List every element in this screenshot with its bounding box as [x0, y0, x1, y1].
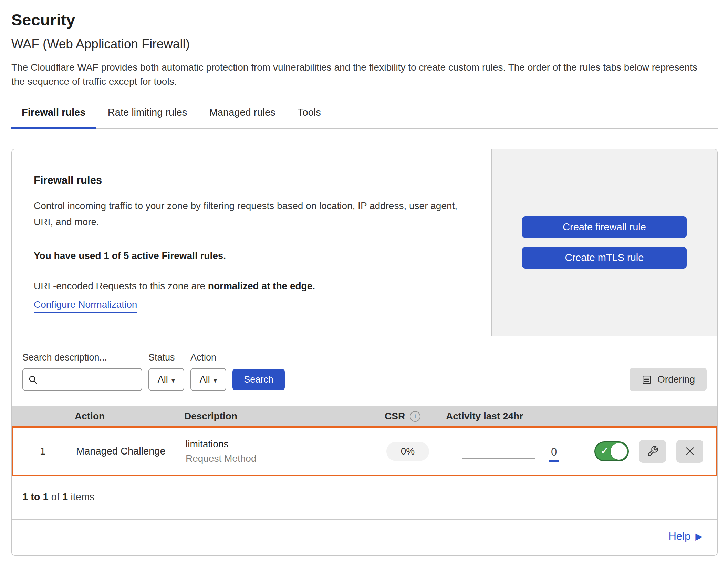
rule-enabled-toggle[interactable]: ✓	[594, 441, 629, 461]
tab-managed-rules[interactable]: Managed rules	[199, 104, 286, 129]
close-icon	[684, 445, 696, 458]
tab-firewall-rules[interactable]: Firewall rules	[11, 104, 96, 129]
card-description: Control incoming traffic to your zone by…	[34, 198, 469, 230]
activity-sparkline	[462, 458, 535, 459]
help-link[interactable]: Help ▶	[668, 530, 703, 543]
action-filter-group: Action All ▾	[190, 352, 226, 391]
search-group: Search description...	[22, 352, 142, 391]
items-range: 1 to 1	[22, 491, 49, 502]
ordering-button[interactable]: Ordering	[630, 368, 707, 391]
usage-text: You have used 1 of 5 active Firewall rul…	[34, 250, 469, 261]
csr-header-label: CSR	[385, 411, 405, 422]
chevron-down-icon: ▾	[214, 376, 217, 385]
rule-priority: 1	[13, 446, 72, 457]
card-heading: Firewall rules	[34, 174, 469, 187]
create-mtls-rule-button[interactable]: Create mTLS rule	[522, 247, 687, 269]
status-filter-group: Status All ▾	[148, 352, 184, 391]
csr-column-header: CSR i	[367, 411, 446, 422]
csr-badge: 0%	[386, 442, 429, 461]
help-label: Help	[668, 530, 690, 543]
rule-controls: ✓	[594, 440, 703, 463]
action-column-header: Action	[71, 411, 184, 422]
status-select-value: All	[158, 374, 168, 385]
rule-csr-cell: 0%	[368, 442, 447, 461]
security-waf-page: Security WAF (Web Application Firewall) …	[0, 0, 728, 556]
tab-rate-limiting-rules[interactable]: Rate limiting rules	[97, 104, 197, 129]
chevron-down-icon: ▾	[171, 376, 175, 385]
firewall-rules-overview: Firewall rules Control incoming traffic …	[12, 149, 717, 336]
configure-normalization-link[interactable]: Configure Normalization	[34, 299, 137, 313]
delete-rule-button[interactable]	[676, 440, 703, 463]
items-word: items	[71, 491, 94, 502]
rule-description-cell: limitations Request Method	[186, 439, 368, 464]
ordering-list-icon	[641, 374, 652, 385]
items-of: of	[51, 491, 60, 502]
edit-rule-button[interactable]	[639, 440, 666, 463]
pagination-summary: 1 to 1 of 1 items	[12, 476, 717, 519]
rule-action: Managed Challenge	[72, 446, 186, 457]
table-header: Action Description CSR i Activity last 2…	[12, 406, 717, 426]
activity-column-header: Activity last 24hr	[446, 411, 717, 422]
status-label: Status	[148, 352, 184, 363]
ordering-button-label: Ordering	[657, 374, 695, 385]
rule-activity-cell: 0 ✓	[447, 440, 716, 463]
search-box	[22, 368, 142, 391]
firewall-rules-card: Firewall rules Control incoming traffic …	[11, 149, 718, 556]
status-select[interactable]: All ▾	[148, 368, 184, 391]
normalization-text-regular: URL-encoded Requests to this zone are	[34, 281, 208, 291]
create-firewall-rule-button[interactable]: Create firewall rule	[522, 216, 687, 238]
wrench-icon	[647, 445, 659, 457]
page-header: Security WAF (Web Application Firewall) …	[11, 10, 718, 89]
rule-description: limitations	[186, 439, 368, 450]
overview-text-panel: Firewall rules Control incoming traffic …	[12, 149, 491, 336]
table-row: 1 Managed Challenge limitations Request …	[12, 426, 717, 476]
items-total: 1	[62, 491, 68, 502]
toggle-knob	[611, 443, 627, 460]
search-label: Search description...	[22, 352, 142, 363]
arrow-right-icon: ▶	[695, 531, 703, 542]
search-button[interactable]: Search	[232, 369, 285, 390]
page-subtitle: WAF (Web Application Firewall)	[11, 37, 718, 51]
create-rule-panel: Create firewall rule Create mTLS rule	[491, 149, 717, 336]
activity-value-link[interactable]: 0	[549, 446, 559, 462]
action-label: Action	[190, 352, 226, 363]
action-select[interactable]: All ▾	[190, 368, 226, 391]
page-description: The Cloudflare WAF provides both automat…	[11, 60, 710, 89]
action-select-value: All	[200, 374, 210, 385]
check-icon: ✓	[601, 446, 609, 457]
help-row: Help ▶	[12, 519, 717, 555]
search-input[interactable]	[22, 368, 142, 391]
info-icon[interactable]: i	[410, 411, 420, 422]
normalization-text: URL-encoded Requests to this zone are no…	[34, 281, 469, 292]
search-icon	[28, 375, 38, 385]
tab-tools[interactable]: Tools	[287, 104, 331, 129]
filter-bar: Search description... Status All ▾ Actio…	[12, 336, 717, 406]
waf-tabs: Firewall rules Rate limiting rules Manag…	[11, 104, 718, 129]
normalization-text-bold: normalized at the edge.	[208, 281, 315, 291]
page-title: Security	[11, 10, 718, 29]
rule-field: Request Method	[186, 453, 368, 464]
description-column-header: Description	[184, 411, 367, 422]
